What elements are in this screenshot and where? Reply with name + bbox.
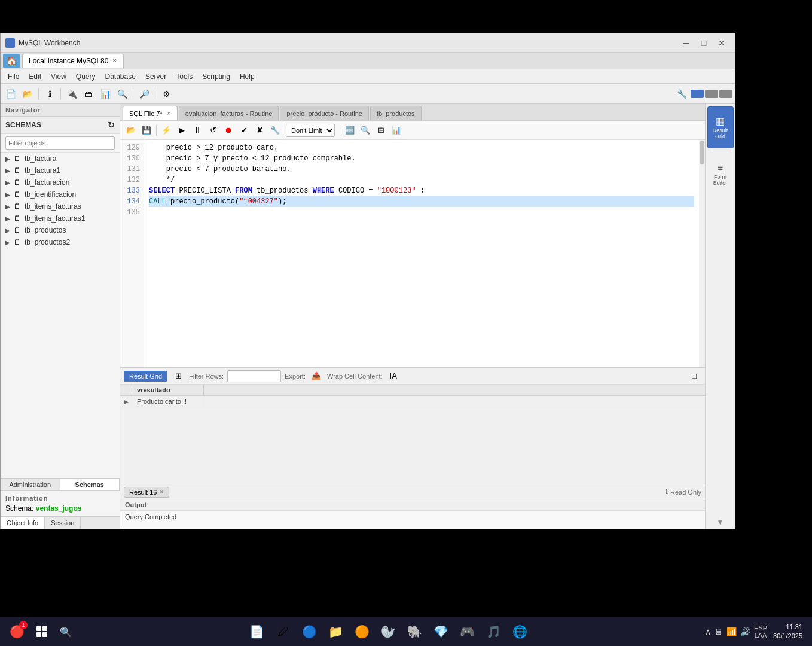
record-button[interactable]: ⏺ bbox=[221, 123, 236, 138]
layout-btn-1[interactable] bbox=[691, 90, 704, 98]
wrap-button[interactable]: IA bbox=[386, 369, 401, 383]
home-button[interactable]: 🏠 bbox=[3, 54, 20, 68]
tab-object-info[interactable]: Object Info bbox=[1, 517, 45, 529]
rollback-button[interactable]: ✘ bbox=[252, 123, 267, 138]
new-file-button[interactable]: 📄 bbox=[3, 86, 19, 102]
tree-item-tb_identificacion[interactable]: ▶ 🗒 tb_identificacion bbox=[1, 188, 120, 200]
tree-item-tb_productos[interactable]: ▶ 🗒 tb_productos bbox=[1, 224, 120, 236]
toggle-button[interactable]: 🔧 bbox=[268, 123, 282, 138]
menu-database[interactable]: Database bbox=[100, 71, 141, 82]
form-editor-side-button[interactable]: ≡ FormEditor bbox=[707, 154, 734, 196]
filter-rows-input[interactable] bbox=[227, 370, 281, 382]
side-panel-down-arrow[interactable]: ▼ bbox=[715, 516, 726, 529]
code-content[interactable]: precio > 12 producto caro. precio > 7 y … bbox=[144, 140, 699, 367]
tab-session[interactable]: Session bbox=[45, 517, 81, 529]
table-row[interactable]: ▶ Producto carito!!! bbox=[120, 396, 705, 407]
taskbar-discord[interactable]: 🎮 bbox=[456, 620, 480, 644]
execute-all-button[interactable]: ▶ bbox=[175, 123, 189, 138]
tray-display[interactable]: 🖥 bbox=[715, 627, 723, 636]
layout-btn-2[interactable] bbox=[705, 90, 718, 98]
search-code-button[interactable]: 🔍 bbox=[358, 123, 373, 138]
taskbar-files[interactable]: 📄 bbox=[245, 620, 269, 644]
tray-volume[interactable]: 🔊 bbox=[740, 627, 750, 636]
tree-item-tb_factura[interactable]: ▶ 🗒 tb_factura bbox=[1, 153, 120, 164]
taskbar-editor[interactable]: 🖊 bbox=[271, 620, 295, 644]
refresh-button[interactable]: ↺ bbox=[206, 123, 220, 138]
grid-options-button[interactable]: ⊞ bbox=[171, 369, 185, 383]
close-button[interactable]: ✕ bbox=[713, 36, 730, 50]
menu-scripting[interactable]: Scripting bbox=[197, 71, 235, 82]
expand-results-button[interactable]: □ bbox=[687, 369, 701, 383]
filter-objects-input[interactable] bbox=[5, 136, 115, 150]
result-grid-side-label: ResultGrid bbox=[713, 128, 728, 140]
menu-edit[interactable]: Edit bbox=[24, 71, 46, 82]
minimize-button[interactable]: ─ bbox=[677, 36, 694, 50]
result-grid-side-button[interactable]: ▦ ResultGrid bbox=[707, 106, 734, 148]
explain-button[interactable]: 📊 bbox=[389, 123, 404, 138]
tree-item-tb_facturacion[interactable]: ▶ 🗒 tb_facturacion bbox=[1, 176, 120, 188]
info-button[interactable]: ℹ bbox=[42, 86, 57, 102]
sql-tab-1[interactable]: evaluacion_facturas - Routine bbox=[179, 106, 279, 120]
taskbar-vscode[interactable]: 🔵 bbox=[298, 620, 322, 644]
menu-file[interactable]: File bbox=[3, 71, 24, 82]
vertical-scrollbar[interactable] bbox=[699, 140, 705, 367]
instance-tab-close[interactable]: ✕ bbox=[112, 57, 117, 65]
execute-button[interactable]: ⚡ bbox=[159, 123, 173, 138]
settings-button[interactable]: 🔧 bbox=[674, 86, 689, 102]
tree-arrow: ▶ bbox=[3, 154, 13, 163]
limit-select[interactable]: Don't Limit 1000 rows 2000 rows bbox=[286, 124, 335, 137]
stop-button[interactable]: ⏸ bbox=[190, 123, 204, 138]
instance-tab[interactable]: Local instance MySQL80 ✕ bbox=[22, 54, 124, 68]
tree-item-tb_items_facturas1[interactable]: ▶ 🗒 tb_items_facturas1 bbox=[1, 212, 120, 224]
menu-server[interactable]: Server bbox=[141, 71, 171, 82]
open-file-button[interactable]: 📂 bbox=[20, 86, 35, 102]
menu-query[interactable]: Query bbox=[71, 71, 100, 82]
table-button[interactable]: 📊 bbox=[97, 86, 113, 102]
taskbar-app-firefox[interactable]: 🔴 1 bbox=[5, 620, 29, 644]
tree-item-tb_productos2[interactable]: ▶ 🗒 tb_productos2 bbox=[1, 236, 120, 248]
taskbar-gem[interactable]: 💎 bbox=[429, 620, 453, 644]
open-folder-button[interactable]: 📂 bbox=[124, 123, 138, 138]
search-button-taskbar[interactable]: 🔍 bbox=[55, 621, 77, 642]
menu-help[interactable]: Help bbox=[235, 71, 260, 82]
tray-wifi[interactable]: 📶 bbox=[726, 627, 737, 636]
split-button[interactable]: ⊞ bbox=[374, 123, 388, 138]
sql-tab-2[interactable]: precio_producto - Routine bbox=[280, 106, 369, 120]
sql-tab-close-0[interactable]: ✕ bbox=[166, 110, 171, 117]
layout-btn-3[interactable] bbox=[719, 90, 732, 98]
commit-button[interactable]: ✔ bbox=[237, 123, 251, 138]
query-button[interactable]: 🔍 bbox=[114, 86, 130, 102]
sql-tab-3[interactable]: tb_productos bbox=[370, 106, 422, 120]
maximize-button[interactable]: □ bbox=[695, 36, 712, 50]
menu-bar: File Edit View Query Database Server Too… bbox=[1, 69, 735, 84]
scrollbar-thumb[interactable] bbox=[700, 141, 704, 164]
row-expand-arrow[interactable]: ▶ bbox=[120, 396, 132, 407]
schemas-refresh-icon[interactable]: ↻ bbox=[108, 120, 115, 130]
tab-administration[interactable]: Administration bbox=[1, 479, 60, 490]
tree-item-tb_items_facturas[interactable]: ▶ 🗒 tb_items_facturas bbox=[1, 200, 120, 212]
tray-chevron[interactable]: ∧ bbox=[705, 627, 711, 636]
connect-button[interactable]: 🔌 bbox=[64, 86, 80, 102]
menu-tools[interactable]: Tools bbox=[171, 71, 197, 82]
save-button[interactable]: 💾 bbox=[139, 123, 154, 138]
start-button[interactable] bbox=[31, 621, 53, 642]
line-num-133: 133 bbox=[120, 185, 144, 196]
search-button[interactable]: 🔎 bbox=[136, 86, 152, 102]
taskbar-chrome[interactable]: 🌐 bbox=[508, 620, 532, 644]
taskbar-app-orange[interactable]: 🟠 bbox=[350, 620, 374, 644]
sql-tab-0[interactable]: SQL File 7* ✕ bbox=[123, 106, 178, 120]
tree-item-tb_factura1[interactable]: ▶ 🗒 tb_factura1 bbox=[1, 164, 120, 176]
taskbar-postgres[interactable]: 🐘 bbox=[403, 620, 427, 644]
taskbar-explorer[interactable]: 📁 bbox=[324, 620, 348, 644]
menu-view[interactable]: View bbox=[46, 71, 71, 82]
schema-button[interactable]: 🗃 bbox=[81, 86, 96, 102]
format-button[interactable]: 🔤 bbox=[343, 123, 357, 138]
export-button[interactable]: 📤 bbox=[309, 369, 323, 383]
gear-button[interactable]: ⚙ bbox=[158, 86, 174, 102]
taskbar-spotify[interactable]: 🎵 bbox=[482, 620, 506, 644]
result-tab-16[interactable]: Result 16 ✕ bbox=[124, 487, 169, 498]
result-tab-close[interactable]: ✕ bbox=[159, 489, 164, 495]
tab-schemas[interactable]: Schemas bbox=[60, 479, 120, 490]
result-grid-tab[interactable]: Result Grid bbox=[124, 371, 167, 382]
taskbar-mysql[interactable]: 🦭 bbox=[377, 620, 401, 644]
